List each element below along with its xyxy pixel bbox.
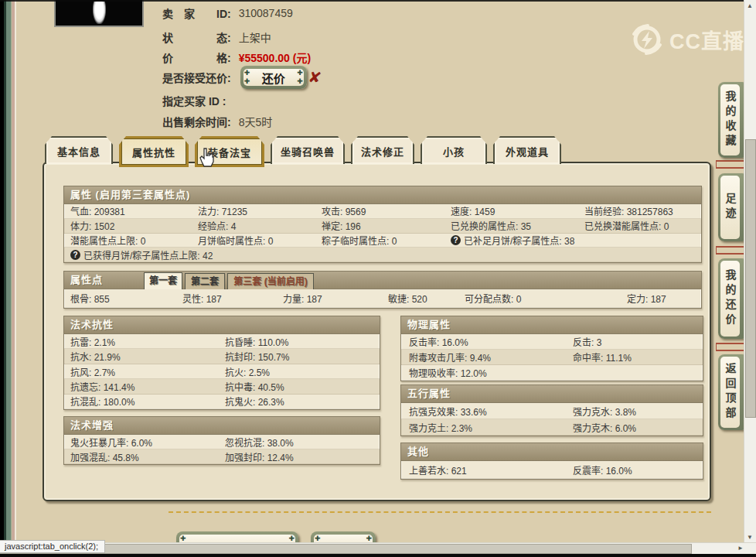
horizontal-scrollbar[interactable]: ► bbox=[0, 542, 756, 554]
scroll-up-arrow-icon[interactable]: ▲ bbox=[747, 2, 753, 9]
section-five-elements: 五行属性 抗强克效果: 33.6% 强力克水: 3.8% 强力克土: 2.3% … bbox=[400, 384, 703, 436]
stat: 粽子临时属性点: 0 bbox=[322, 234, 451, 247]
stat-row: 反击率: 16.0% 反击: 3 bbox=[401, 334, 703, 350]
sidebar-button-my-bargains-label: 我的还价 bbox=[720, 261, 740, 337]
tab-equipment-treasure[interactable]: 装备法宝 bbox=[195, 136, 264, 167]
vertical-scrollbar[interactable]: ▲ ▼ bbox=[744, 0, 756, 543]
section-attributes: 属性 (启用第三套属性点) 气血: 209381 法力: 71235 攻击: 9… bbox=[63, 186, 702, 263]
set-tab-2[interactable]: 第二套 bbox=[185, 273, 225, 289]
stat-row: ? 已获得月饼/粽子属性点上限: 42 bbox=[64, 248, 701, 262]
top-border bbox=[0, 0, 756, 2]
stat: 禅定: 196 bbox=[322, 219, 451, 232]
stat: 反震率: 16.0% bbox=[573, 463, 703, 477]
stat: 力量: 187 bbox=[283, 292, 388, 305]
stat-row: 鬼火狂暴几率: 6.0% 忽视抗混: 38.0% bbox=[64, 435, 380, 449]
price-row: 价 格: ¥55500.00 (元) bbox=[162, 50, 311, 65]
marketplace-item-page: 卖 家 ID: 310087459 状 态: 上架中 价 格: ¥55500.0… bbox=[0, 0, 756, 557]
stat-with-help: ? 已获得月饼/粽子属性点上限: 42 bbox=[70, 248, 701, 261]
section-physical: 物理属性 反击率: 16.0% 反击: 3 附毒攻击几率: 9.4% 命中率: … bbox=[400, 316, 703, 381]
tab-appearance-items[interactable]: 外观道具 bbox=[493, 136, 561, 164]
tab-child[interactable]: 小孩 bbox=[421, 136, 487, 164]
stat: 反击率: 16.0% bbox=[409, 335, 573, 348]
stat: 已兑换的属性点: 35 bbox=[451, 219, 584, 232]
stat: 抗混乱: 180.0% bbox=[70, 395, 225, 408]
stat-row: 抗遗忘: 141.4% 抗中毒: 40.5% bbox=[64, 379, 380, 394]
price-label: 价 格: bbox=[162, 50, 231, 65]
section-other: 其他 上善若水: 621 反震率: 16.0% bbox=[400, 443, 703, 480]
stat: 强力克木: 6.0% bbox=[573, 421, 703, 434]
help-icon[interactable]: ? bbox=[451, 235, 461, 245]
set-tab-1[interactable]: 第一套 bbox=[144, 272, 182, 289]
item-sprite bbox=[93, 2, 106, 24]
bottom-border bbox=[0, 554, 756, 557]
tab-mount-summon[interactable]: 坐骑召唤兽 bbox=[271, 136, 345, 164]
status-bar: javascript:tab_onclick(2); bbox=[0, 540, 105, 553]
stat-row: 抗混乱: 180.0% 抗鬼火: 26.3% bbox=[64, 395, 380, 409]
stat: 反击: 3 bbox=[573, 335, 703, 348]
section-attribute-points-title: 属性点 bbox=[70, 274, 103, 285]
seller-label: 卖 家 ID: bbox=[162, 5, 231, 21]
dashed-divider bbox=[169, 511, 711, 513]
time-value: 8天5时 bbox=[239, 114, 273, 129]
stat: 潜能属性点上限: 0 bbox=[70, 234, 198, 247]
stat: 强力克土: 2.3% bbox=[409, 421, 573, 434]
vertical-scrollbar-thumb[interactable] bbox=[745, 139, 756, 418]
corner-ornament: ✚ bbox=[315, 535, 321, 542]
corner-ornament: ✚ bbox=[297, 70, 303, 77]
stat: 物理吸收率: 12.0% bbox=[409, 366, 573, 379]
stat-row: 加强混乱: 45.8% 加强封印: 12.4% bbox=[64, 449, 380, 464]
stat: 加强混乱: 45.8% bbox=[70, 450, 225, 463]
tab-basic-info[interactable]: 基本信息 bbox=[45, 136, 113, 164]
stat: 可分配点数: 0 bbox=[465, 292, 627, 305]
section-attributes-title: 属性 (启用第三套属性点) bbox=[64, 186, 701, 204]
stat: 敏捷: 520 bbox=[388, 292, 465, 305]
cc-live-logo-icon bbox=[631, 23, 663, 56]
stat-row: 抗风: 2.7% 抗火: 2.5% bbox=[64, 364, 380, 379]
corner-ornament: ✚ bbox=[288, 535, 295, 542]
stat: 灵性: 187 bbox=[182, 292, 283, 305]
section-magic-resist-title: 法术抗性 bbox=[64, 316, 380, 334]
stat: 附毒攻击几率: 9.4% bbox=[409, 350, 573, 364]
stat: 经验点: 4 bbox=[198, 219, 322, 232]
stat: 速度: 1459 bbox=[451, 204, 584, 217]
scroll-right-arrow-icon[interactable]: ► bbox=[737, 545, 744, 552]
price-value: ¥55500.00 (元) bbox=[239, 50, 311, 65]
bargain-button[interactable]: ✚ ✚ ✚ ✚ 还价 bbox=[240, 66, 307, 89]
stat: 加强封印: 12.4% bbox=[225, 450, 380, 463]
help-icon[interactable]: ? bbox=[70, 250, 80, 260]
set-tab-3[interactable]: 第三套 (当前启用) bbox=[227, 273, 314, 289]
stat: 抗雷: 2.1% bbox=[70, 335, 225, 348]
cc-live-logo-text: CC直播 bbox=[669, 25, 744, 55]
stat: 根骨: 855 bbox=[70, 292, 182, 305]
sidebar-button-back-to-top-label: 返回顶部 bbox=[720, 357, 740, 428]
page-spine-decoration bbox=[0, 0, 17, 543]
buyer-row: 指定买家 ID : bbox=[162, 93, 226, 108]
bargain-label: 是否接受还价: bbox=[162, 70, 231, 85]
stat-row: 物理吸收率: 12.0% bbox=[401, 365, 703, 381]
stat-row: 气血: 209381 法力: 71235 攻击: 9569 速度: 1459 当… bbox=[64, 204, 701, 219]
attributes-panel: 属性 (启用第三套属性点) 气血: 209381 法力: 71235 攻击: 9… bbox=[43, 162, 711, 501]
tab-spell-correction[interactable]: 法术修正 bbox=[351, 136, 414, 164]
corner-ornament: ✚ bbox=[244, 70, 250, 77]
stat: 体力: 1502 bbox=[70, 219, 198, 232]
stat-row: 上善若水: 621 反震率: 16.0% bbox=[401, 461, 703, 479]
section-attribute-points-header: 属性点 第一套 第二套 第三套 (当前启用) bbox=[64, 272, 701, 289]
section-magic-enhance: 法术增强 鬼火狂暴几率: 6.0% 忽视抗混: 38.0% 加强混乱: 45.8… bbox=[63, 416, 380, 465]
corner-ornament: ✚ bbox=[180, 535, 186, 542]
stat-row: 根骨: 855 灵性: 187 力量: 187 敏捷: 520 可分配点数: 0… bbox=[64, 289, 701, 308]
stat: 抗风: 2.7% bbox=[70, 365, 225, 378]
corner-ornament: ✚ bbox=[366, 535, 372, 542]
stat: 抗强克效果: 33.6% bbox=[409, 405, 573, 418]
scroll-down-arrow-icon[interactable]: ▼ bbox=[747, 534, 753, 541]
stat: 抗水: 21.9% bbox=[70, 350, 225, 363]
section-five-elements-title: 五行属性 bbox=[401, 385, 703, 403]
buyer-label: 指定买家 ID : bbox=[162, 93, 226, 108]
stat: 忽视抗混: 38.0% bbox=[225, 436, 380, 449]
stat: 抗封印: 150.7% bbox=[225, 350, 380, 363]
status-row: 状 态: 上架中 bbox=[162, 29, 271, 45]
sidebar-button-footprints-label: 足迹 bbox=[720, 176, 740, 239]
tab-attributes-resist[interactable]: 属性抗性 bbox=[119, 136, 189, 167]
item-preview-image bbox=[54, 0, 144, 27]
bargain-button-label: 还价 bbox=[262, 70, 285, 86]
section-magic-resist: 法术抗性 抗雷: 2.1% 抗昏睡: 110.0% 抗水: 21.9% 抗封印:… bbox=[63, 316, 380, 410]
